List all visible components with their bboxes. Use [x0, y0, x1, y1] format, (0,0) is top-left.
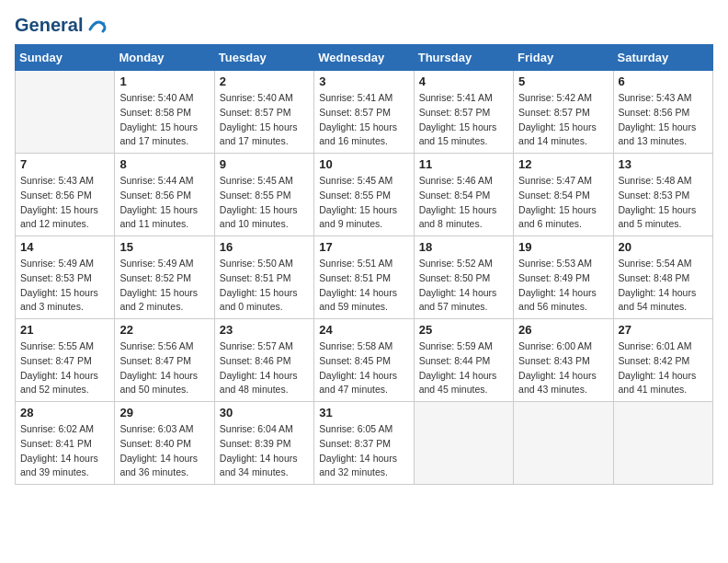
day-number: 5 [518, 75, 608, 88]
day-info: Sunrise: 5:44 AMSunset: 8:56 PMDaylight:… [119, 174, 209, 232]
day-number: 24 [319, 323, 408, 337]
day-number: 3 [319, 75, 408, 88]
calendar-header-row: SundayMondayTuesdayWednesdayThursdayFrid… [16, 45, 713, 71]
day-info: Sunrise: 5:59 AMSunset: 8:44 PMDaylight:… [419, 339, 508, 397]
day-number: 30 [220, 406, 309, 419]
calendar-cell: 6Sunrise: 5:43 AMSunset: 8:56 PMDaylight… [613, 71, 712, 154]
calendar-cell: 4Sunrise: 5:41 AMSunset: 8:57 PMDaylight… [414, 71, 513, 154]
calendar-cell: 13Sunrise: 5:48 AMSunset: 8:53 PMDayligh… [613, 154, 712, 236]
day-header-thursday: Thursday [414, 45, 513, 71]
calendar-cell: 18Sunrise: 5:52 AMSunset: 8:50 PMDayligh… [414, 236, 513, 319]
calendar-cell: 21Sunrise: 5:55 AMSunset: 8:47 PMDayligh… [16, 319, 115, 402]
day-info: Sunrise: 5:50 AMSunset: 8:51 PMDaylight:… [220, 257, 309, 315]
calendar-cell: 9Sunrise: 5:45 AMSunset: 8:55 PMDaylight… [214, 154, 313, 236]
calendar-table: SundayMondayTuesdayWednesdayThursdayFrid… [15, 44, 713, 485]
calendar-cell [613, 402, 712, 485]
day-header-tuesday: Tuesday [214, 45, 313, 71]
day-info: Sunrise: 5:48 AMSunset: 8:53 PMDaylight:… [619, 174, 708, 232]
day-info: Sunrise: 5:54 AMSunset: 8:48 PMDaylight:… [619, 257, 708, 315]
calendar-cell: 12Sunrise: 5:47 AMSunset: 8:54 PMDayligh… [514, 154, 613, 236]
calendar-cell [514, 402, 613, 485]
day-number: 10 [319, 157, 408, 171]
day-info: Sunrise: 5:42 AMSunset: 8:57 PMDaylight:… [518, 91, 608, 149]
day-info: Sunrise: 6:01 AMSunset: 8:42 PMDaylight:… [619, 339, 708, 397]
day-info: Sunrise: 5:40 AMSunset: 8:58 PMDaylight:… [119, 91, 209, 149]
day-info: Sunrise: 5:41 AMSunset: 8:57 PMDaylight:… [419, 91, 508, 149]
calendar-cell: 24Sunrise: 5:58 AMSunset: 8:45 PMDayligh… [314, 319, 414, 402]
calendar-cell: 26Sunrise: 6:00 AMSunset: 8:43 PMDayligh… [514, 319, 613, 402]
logo-general: General [15, 15, 83, 35]
day-number: 2 [220, 75, 309, 88]
day-info: Sunrise: 5:53 AMSunset: 8:49 PMDaylight:… [518, 257, 608, 315]
calendar-cell: 10Sunrise: 5:45 AMSunset: 8:55 PMDayligh… [314, 154, 414, 236]
day-info: Sunrise: 6:00 AMSunset: 8:43 PMDaylight:… [518, 339, 608, 397]
day-header-monday: Monday [115, 45, 214, 71]
day-info: Sunrise: 5:40 AMSunset: 8:57 PMDaylight:… [220, 91, 309, 149]
calendar-week-row: 28Sunrise: 6:02 AMSunset: 8:41 PMDayligh… [16, 402, 713, 485]
day-number: 6 [619, 75, 708, 88]
day-number: 31 [319, 406, 408, 419]
day-number: 26 [518, 323, 608, 337]
calendar-week-row: 7Sunrise: 5:43 AMSunset: 8:56 PMDaylight… [16, 154, 713, 236]
day-info: Sunrise: 5:49 AMSunset: 8:53 PMDaylight:… [20, 257, 109, 315]
day-info: Sunrise: 5:56 AMSunset: 8:47 PMDaylight:… [119, 339, 209, 397]
day-info: Sunrise: 6:02 AMSunset: 8:41 PMDaylight:… [20, 422, 109, 480]
day-info: Sunrise: 5:47 AMSunset: 8:54 PMDaylight:… [518, 174, 608, 232]
day-info: Sunrise: 6:04 AMSunset: 8:39 PMDaylight:… [220, 422, 309, 480]
logo: General [15, 15, 107, 35]
day-number: 21 [20, 323, 109, 337]
day-number: 9 [220, 157, 309, 171]
day-number: 17 [319, 240, 408, 254]
calendar-cell: 28Sunrise: 6:02 AMSunset: 8:41 PMDayligh… [16, 402, 115, 485]
day-info: Sunrise: 5:43 AMSunset: 8:56 PMDaylight:… [20, 174, 109, 232]
calendar-week-row: 14Sunrise: 5:49 AMSunset: 8:53 PMDayligh… [16, 236, 713, 319]
calendar-cell: 30Sunrise: 6:04 AMSunset: 8:39 PMDayligh… [214, 402, 313, 485]
day-number: 29 [119, 406, 209, 419]
day-info: Sunrise: 5:43 AMSunset: 8:56 PMDaylight:… [619, 91, 708, 149]
calendar-cell: 16Sunrise: 5:50 AMSunset: 8:51 PMDayligh… [214, 236, 313, 319]
day-number: 15 [119, 240, 209, 254]
day-number: 12 [518, 157, 608, 171]
day-header-friday: Friday [514, 45, 613, 71]
calendar-cell: 29Sunrise: 6:03 AMSunset: 8:40 PMDayligh… [115, 402, 214, 485]
day-number: 20 [619, 240, 708, 254]
calendar-cell: 17Sunrise: 5:51 AMSunset: 8:51 PMDayligh… [314, 236, 414, 319]
day-number: 28 [20, 406, 109, 419]
calendar-week-row: 1Sunrise: 5:40 AMSunset: 8:58 PMDaylight… [16, 71, 713, 154]
day-number: 13 [619, 157, 708, 171]
day-info: Sunrise: 6:03 AMSunset: 8:40 PMDaylight:… [119, 422, 209, 480]
day-header-saturday: Saturday [613, 45, 712, 71]
calendar-cell: 15Sunrise: 5:49 AMSunset: 8:52 PMDayligh… [115, 236, 214, 319]
calendar-cell: 22Sunrise: 5:56 AMSunset: 8:47 PMDayligh… [115, 319, 214, 402]
calendar-cell: 11Sunrise: 5:46 AMSunset: 8:54 PMDayligh… [414, 154, 513, 236]
day-number: 14 [20, 240, 109, 254]
calendar-week-row: 21Sunrise: 5:55 AMSunset: 8:47 PMDayligh… [16, 319, 713, 402]
calendar-cell: 7Sunrise: 5:43 AMSunset: 8:56 PMDaylight… [16, 154, 115, 236]
day-header-sunday: Sunday [16, 45, 115, 71]
day-number: 18 [419, 240, 508, 254]
day-info: Sunrise: 5:58 AMSunset: 8:45 PMDaylight:… [319, 339, 408, 397]
calendar-cell: 31Sunrise: 6:05 AMSunset: 8:37 PMDayligh… [314, 402, 414, 485]
day-info: Sunrise: 5:52 AMSunset: 8:50 PMDaylight:… [419, 257, 508, 315]
calendar-cell: 1Sunrise: 5:40 AMSunset: 8:58 PMDaylight… [115, 71, 214, 154]
day-info: Sunrise: 5:45 AMSunset: 8:55 PMDaylight:… [220, 174, 309, 232]
calendar-cell: 5Sunrise: 5:42 AMSunset: 8:57 PMDaylight… [514, 71, 613, 154]
day-number: 1 [119, 75, 209, 88]
calendar-cell: 25Sunrise: 5:59 AMSunset: 8:44 PMDayligh… [414, 319, 513, 402]
day-info: Sunrise: 5:49 AMSunset: 8:52 PMDaylight:… [119, 257, 209, 315]
day-info: Sunrise: 5:45 AMSunset: 8:55 PMDaylight:… [319, 174, 408, 232]
calendar-cell: 8Sunrise: 5:44 AMSunset: 8:56 PMDaylight… [115, 154, 214, 236]
day-number: 22 [119, 323, 209, 337]
calendar-cell: 14Sunrise: 5:49 AMSunset: 8:53 PMDayligh… [16, 236, 115, 319]
day-header-wednesday: Wednesday [314, 45, 414, 71]
day-number: 11 [419, 157, 508, 171]
calendar-cell: 27Sunrise: 6:01 AMSunset: 8:42 PMDayligh… [613, 319, 712, 402]
calendar-cell: 23Sunrise: 5:57 AMSunset: 8:46 PMDayligh… [214, 319, 313, 402]
logo-icon [86, 15, 107, 35]
calendar-cell: 3Sunrise: 5:41 AMSunset: 8:57 PMDaylight… [314, 71, 414, 154]
calendar-cell: 19Sunrise: 5:53 AMSunset: 8:49 PMDayligh… [514, 236, 613, 319]
day-info: Sunrise: 5:41 AMSunset: 8:57 PMDaylight:… [319, 91, 408, 149]
day-info: Sunrise: 6:05 AMSunset: 8:37 PMDaylight:… [319, 422, 408, 480]
day-info: Sunrise: 5:46 AMSunset: 8:54 PMDaylight:… [419, 174, 508, 232]
calendar-cell [414, 402, 513, 485]
